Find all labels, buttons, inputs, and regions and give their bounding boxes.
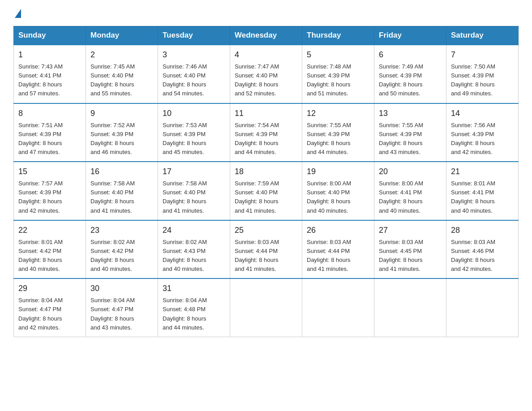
logo-triangle-icon: [15, 9, 21, 18]
calendar-cell: 22Sunrise: 8:01 AMSunset: 4:42 PMDayligh…: [14, 220, 86, 279]
calendar-cell: 11Sunrise: 7:54 AMSunset: 4:39 PMDayligh…: [230, 103, 302, 162]
column-header-monday: Monday: [86, 26, 158, 45]
day-number: 20: [379, 166, 442, 178]
day-info: Sunrise: 7:55 AMSunset: 4:39 PMDaylight:…: [307, 121, 369, 157]
calendar-cell: 21Sunrise: 8:01 AMSunset: 4:41 PMDayligh…: [446, 162, 519, 220]
day-number: 11: [235, 107, 297, 120]
day-info: Sunrise: 7:57 AMSunset: 4:39 PMDaylight:…: [18, 179, 81, 215]
calendar-week-row: 29Sunrise: 8:04 AMSunset: 4:47 PMDayligh…: [14, 278, 519, 337]
calendar-cell: 20Sunrise: 8:00 AMSunset: 4:41 PMDayligh…: [374, 162, 446, 220]
column-header-saturday: Saturday: [446, 26, 519, 45]
day-info: Sunrise: 7:58 AMSunset: 4:40 PMDaylight:…: [90, 179, 153, 215]
calendar-cell: 6Sunrise: 7:49 AMSunset: 4:39 PMDaylight…: [374, 45, 446, 103]
calendar-cell: 8Sunrise: 7:51 AMSunset: 4:39 PMDaylight…: [14, 103, 86, 162]
calendar-cell: 17Sunrise: 7:58 AMSunset: 4:40 PMDayligh…: [158, 162, 230, 220]
day-info: Sunrise: 8:01 AMSunset: 4:41 PMDaylight:…: [451, 179, 514, 215]
day-info: Sunrise: 8:04 AMSunset: 4:47 PMDaylight:…: [18, 296, 81, 332]
day-info: Sunrise: 8:00 AMSunset: 4:41 PMDaylight:…: [379, 179, 442, 215]
day-number: 12: [307, 107, 369, 120]
calendar-cell: 9Sunrise: 7:52 AMSunset: 4:39 PMDaylight…: [86, 103, 158, 162]
day-number: 23: [90, 224, 153, 236]
calendar-cell: 31Sunrise: 8:04 AMSunset: 4:48 PMDayligh…: [158, 278, 230, 337]
day-info: Sunrise: 7:56 AMSunset: 4:39 PMDaylight:…: [451, 121, 514, 157]
day-info: Sunrise: 7:49 AMSunset: 4:39 PMDaylight:…: [379, 62, 442, 98]
column-header-friday: Friday: [374, 26, 446, 45]
calendar-cell: 24Sunrise: 8:02 AMSunset: 4:43 PMDayligh…: [158, 220, 230, 279]
day-info: Sunrise: 7:58 AMSunset: 4:40 PMDaylight:…: [163, 179, 225, 215]
day-number: 14: [451, 107, 514, 120]
day-number: 26: [307, 224, 369, 236]
day-number: 9: [90, 107, 153, 120]
calendar-header-row: SundayMondayTuesdayWednesdayThursdayFrid…: [14, 26, 519, 45]
calendar-week-row: 8Sunrise: 7:51 AMSunset: 4:39 PMDaylight…: [14, 103, 519, 162]
calendar-cell: 13Sunrise: 7:55 AMSunset: 4:39 PMDayligh…: [374, 103, 446, 162]
day-info: Sunrise: 7:59 AMSunset: 4:40 PMDaylight:…: [235, 179, 297, 215]
day-number: 27: [379, 224, 442, 236]
day-number: 13: [379, 107, 442, 120]
day-info: Sunrise: 7:53 AMSunset: 4:39 PMDaylight:…: [163, 121, 225, 157]
column-header-tuesday: Tuesday: [158, 26, 230, 45]
calendar-cell: 28Sunrise: 8:03 AMSunset: 4:46 PMDayligh…: [446, 220, 519, 279]
day-number: 28: [451, 224, 514, 236]
day-info: Sunrise: 8:04 AMSunset: 4:47 PMDaylight:…: [90, 296, 153, 332]
calendar-cell: 2Sunrise: 7:45 AMSunset: 4:40 PMDaylight…: [86, 45, 158, 103]
day-number: 4: [235, 49, 297, 61]
calendar-cell: 7Sunrise: 7:50 AMSunset: 4:39 PMDaylight…: [446, 45, 519, 103]
day-number: 22: [18, 224, 81, 236]
day-number: 30: [90, 283, 153, 295]
calendar-cell: 26Sunrise: 8:03 AMSunset: 4:44 PMDayligh…: [302, 220, 374, 279]
day-info: Sunrise: 8:01 AMSunset: 4:42 PMDaylight:…: [18, 238, 81, 274]
calendar-cell: 27Sunrise: 8:03 AMSunset: 4:45 PMDayligh…: [374, 220, 446, 279]
day-number: 21: [451, 166, 514, 178]
day-info: Sunrise: 8:03 AMSunset: 4:46 PMDaylight:…: [451, 238, 514, 274]
calendar-cell: 23Sunrise: 8:02 AMSunset: 4:42 PMDayligh…: [86, 220, 158, 279]
day-number: 31: [163, 283, 225, 295]
calendar-week-row: 15Sunrise: 7:57 AMSunset: 4:39 PMDayligh…: [14, 162, 519, 220]
day-number: 10: [163, 107, 225, 120]
day-info: Sunrise: 8:02 AMSunset: 4:42 PMDaylight:…: [90, 238, 153, 274]
calendar-cell: 16Sunrise: 7:58 AMSunset: 4:40 PMDayligh…: [86, 162, 158, 220]
calendar-cell: 4Sunrise: 7:47 AMSunset: 4:40 PMDaylight…: [230, 45, 302, 103]
day-info: Sunrise: 7:47 AMSunset: 4:40 PMDaylight:…: [235, 62, 297, 98]
day-info: Sunrise: 8:03 AMSunset: 4:44 PMDaylight:…: [307, 238, 369, 274]
day-info: Sunrise: 7:46 AMSunset: 4:40 PMDaylight:…: [163, 62, 225, 98]
calendar-cell: 30Sunrise: 8:04 AMSunset: 4:47 PMDayligh…: [86, 278, 158, 337]
calendar-cell: 19Sunrise: 8:00 AMSunset: 4:40 PMDayligh…: [302, 162, 374, 220]
column-header-sunday: Sunday: [14, 26, 86, 45]
day-number: 6: [379, 49, 442, 61]
day-number: 3: [163, 49, 225, 61]
day-info: Sunrise: 8:03 AMSunset: 4:44 PMDaylight:…: [235, 238, 297, 274]
day-number: 25: [235, 224, 297, 236]
day-info: Sunrise: 8:02 AMSunset: 4:43 PMDaylight:…: [163, 238, 225, 274]
logo: [13, 9, 21, 18]
calendar-cell: 1Sunrise: 7:43 AMSunset: 4:41 PMDaylight…: [14, 45, 86, 103]
calendar-cell: [446, 278, 519, 337]
day-info: Sunrise: 7:54 AMSunset: 4:39 PMDaylight:…: [235, 121, 297, 157]
day-info: Sunrise: 7:51 AMSunset: 4:39 PMDaylight:…: [18, 121, 81, 157]
page-header: [13, 9, 519, 18]
day-info: Sunrise: 8:00 AMSunset: 4:40 PMDaylight:…: [307, 179, 369, 215]
day-number: 2: [90, 49, 153, 61]
day-number: 17: [163, 166, 225, 178]
calendar-cell: 18Sunrise: 7:59 AMSunset: 4:40 PMDayligh…: [230, 162, 302, 220]
day-number: 15: [18, 166, 81, 178]
day-info: Sunrise: 7:43 AMSunset: 4:41 PMDaylight:…: [18, 62, 81, 98]
day-number: 24: [163, 224, 225, 236]
day-number: 5: [307, 49, 369, 61]
logo-top: [13, 9, 21, 18]
calendar-week-row: 1Sunrise: 7:43 AMSunset: 4:41 PMDaylight…: [14, 45, 519, 103]
day-info: Sunrise: 8:03 AMSunset: 4:45 PMDaylight:…: [379, 238, 442, 274]
calendar-week-row: 22Sunrise: 8:01 AMSunset: 4:42 PMDayligh…: [14, 220, 519, 279]
day-info: Sunrise: 8:04 AMSunset: 4:48 PMDaylight:…: [163, 296, 225, 332]
calendar-cell: 29Sunrise: 8:04 AMSunset: 4:47 PMDayligh…: [14, 278, 86, 337]
day-info: Sunrise: 7:50 AMSunset: 4:39 PMDaylight:…: [451, 62, 514, 98]
calendar-cell: 12Sunrise: 7:55 AMSunset: 4:39 PMDayligh…: [302, 103, 374, 162]
calendar-cell: [230, 278, 302, 337]
calendar-cell: 5Sunrise: 7:48 AMSunset: 4:39 PMDaylight…: [302, 45, 374, 103]
day-info: Sunrise: 7:48 AMSunset: 4:39 PMDaylight:…: [307, 62, 369, 98]
day-number: 16: [90, 166, 153, 178]
calendar-cell: 15Sunrise: 7:57 AMSunset: 4:39 PMDayligh…: [14, 162, 86, 220]
calendar-cell: 14Sunrise: 7:56 AMSunset: 4:39 PMDayligh…: [446, 103, 519, 162]
calendar-cell: [374, 278, 446, 337]
calendar-table: SundayMondayTuesdayWednesdayThursdayFrid…: [13, 26, 519, 337]
